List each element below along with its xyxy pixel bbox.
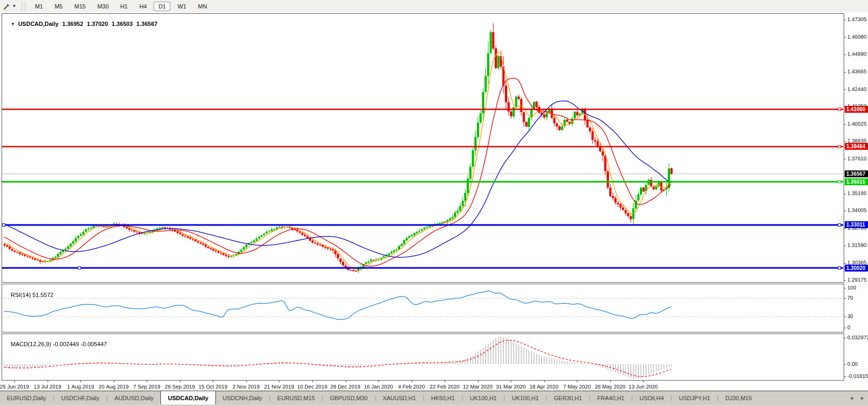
tab-usoil-h4[interactable]: USOil,H4 xyxy=(632,391,671,404)
tab-usdcnh-daily[interactable]: USDCNH,Daily xyxy=(216,391,269,404)
macd-indicator-label: MACD(12,26,9) -0.002449 -0.005447 xyxy=(4,335,107,354)
cursor-tool-button[interactable]: ▼ xyxy=(1,2,19,11)
tab-hk50-h1[interactable]: HK50,H1 xyxy=(424,391,462,404)
rsi-name: RSI(14) xyxy=(11,292,31,298)
timeframe-button-MN[interactable]: MN xyxy=(193,2,212,11)
timeframe-button-H4[interactable]: H4 xyxy=(134,2,151,11)
tab-scroll-left-button[interactable]: ◄ xyxy=(849,395,854,401)
macd-name: MACD(12,26,9) xyxy=(11,341,51,347)
tab-uk100-h1[interactable]: UK100,H1 xyxy=(505,391,546,404)
timeframe-button-M30[interactable]: M30 xyxy=(93,2,113,11)
tab-ger30-h1[interactable]: GER30,H1 xyxy=(547,391,589,404)
timeframe-button-M5[interactable]: M5 xyxy=(50,2,67,11)
tab-usdchf-daily[interactable]: USDCHF,Daily xyxy=(55,391,106,404)
ohlc-open: 1.36952 xyxy=(62,21,84,27)
tab-scroll-right-button[interactable]: ► xyxy=(860,395,865,401)
rsi-value: 51.5572 xyxy=(32,292,53,298)
chart-window: ▼USDCAD,Daily1.369521.370201.365031.3656… xyxy=(0,12,868,391)
tab-usdjpy-h1[interactable]: USDJPY,H1 xyxy=(672,391,717,404)
top-toolbar: ▼ M1M5M15M30H1H4D1W1MN xyxy=(0,0,868,13)
chart-tab-bar: EURUSD,Daily|USDCHF,Daily|AUDUSD,DailyUS… xyxy=(0,391,868,404)
price-line-badge-1.30020: 1.30020 xyxy=(845,265,868,272)
tab-uk100-h1[interactable]: UK100,H1 xyxy=(463,391,504,404)
price-chart-canvas[interactable] xyxy=(0,12,868,391)
price-line-badge-1.38464: 1.38464 xyxy=(845,143,868,150)
timeframe-button-M15[interactable]: M15 xyxy=(69,2,90,11)
toolbar-grip xyxy=(22,2,25,11)
timeframe-button-group: M1M5M15M30H1H4D1W1MN xyxy=(29,2,213,11)
tab-gbpusd-m30[interactable]: GBPUSD,M30 xyxy=(323,391,374,404)
chevron-down-icon: ▼ xyxy=(12,4,16,8)
chart-symbol: USDCAD,Daily xyxy=(18,21,58,27)
current-price-badge: 1.36567 xyxy=(845,170,868,177)
timeframe-button-W1[interactable]: W1 xyxy=(173,2,191,11)
cursor-tool-icon xyxy=(3,3,11,10)
timeframe-button-M1[interactable]: M1 xyxy=(30,2,48,11)
tab-fra40-h1[interactable]: FRA40,H1 xyxy=(590,391,631,404)
tab-scroll-controls: ◄ ► xyxy=(849,391,865,404)
window-menu-icon: ▼ xyxy=(11,22,15,26)
price-line-badge-1.33011: 1.33011 xyxy=(845,221,868,228)
macd-main-value: -0.002449 xyxy=(53,341,79,347)
timeframe-button-D1[interactable]: D1 xyxy=(153,2,170,11)
tab-eurusd-daily[interactable]: EURUSD,Daily xyxy=(0,391,53,404)
ohlc-close: 1.36567 xyxy=(137,21,158,27)
tab-audusd-daily[interactable]: AUDUSD,Daily xyxy=(107,391,160,404)
ohlc-low: 1.36503 xyxy=(112,21,133,27)
tab-strip: EURUSD,Daily|USDCHF,Daily|AUDUSD,DailyUS… xyxy=(0,391,759,404)
macd-signal-value: -0.005447 xyxy=(80,341,107,347)
tab-xauusd-h1[interactable]: XAUUSD,H1 xyxy=(376,391,423,404)
ohlc-high: 1.37020 xyxy=(87,21,108,27)
tab-eurusd-m15[interactable]: EURUSD,M15 xyxy=(270,391,322,404)
tab-usdcad-daily[interactable]: USDCAD,Daily xyxy=(160,391,215,404)
price-line-badge-1.36015: 1.36015 xyxy=(845,178,868,185)
chart-title: ▼USDCAD,Daily1.369521.370201.365031.3656… xyxy=(4,14,158,33)
tab-dj30-m15[interactable]: DJ30,M15 xyxy=(718,391,758,404)
rsi-indicator-label: RSI(14) 51.5572 xyxy=(4,285,53,304)
timeframe-button-H1[interactable]: H1 xyxy=(115,2,132,11)
price-line-badge-1.41060: 1.41060 xyxy=(845,106,868,113)
